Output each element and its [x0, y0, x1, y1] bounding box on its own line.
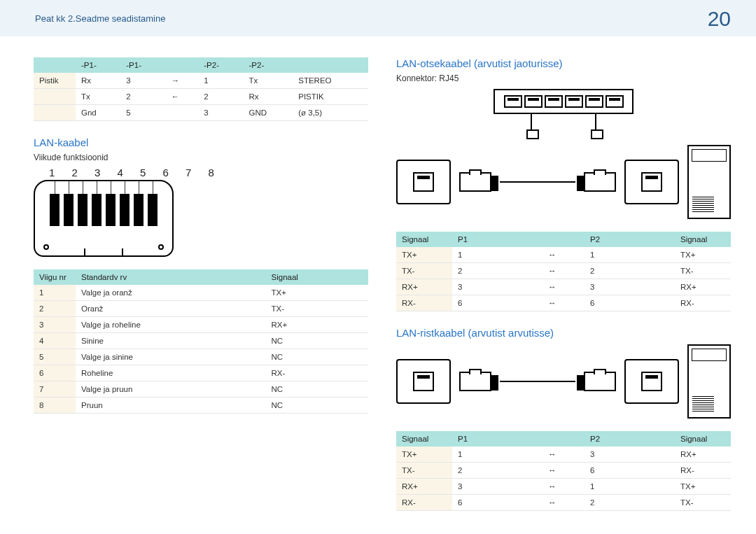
cell: 1	[584, 247, 675, 263]
header-p2: P2	[584, 232, 675, 247]
rj45-pin-numbers: 1 2 3 4 5 6 7 8	[34, 167, 368, 178]
pinout-table: -P1- -P1- -P2- -P2- Pistik Rx 3 → 1 Tx S…	[34, 57, 368, 121]
lan-cable-subtitle: Viikude funktsioonid	[34, 153, 368, 162]
cell: Roheline	[76, 365, 266, 381]
header-signal2: Signaal	[675, 232, 731, 247]
cell: RX+	[396, 279, 452, 295]
cell: 1	[452, 247, 542, 263]
cell: TX+	[675, 479, 731, 495]
cell: RX+	[675, 447, 731, 463]
table-row: 2OranžTX-	[34, 301, 368, 317]
cell: NC	[266, 381, 368, 398]
right-column: LAN-otsekaabel (arvutist jaoturisse) Kon…	[396, 57, 731, 526]
cell: ↔	[542, 247, 584, 263]
cell: TX-	[675, 263, 731, 279]
table-row: 7Valge ja pruunNC	[34, 381, 368, 398]
wall-jack-icon	[624, 160, 679, 204]
cell: ↔	[542, 463, 584, 479]
header-blank	[542, 431, 584, 447]
table-row: Signaal P1 P2 Signaal	[396, 431, 731, 447]
cell: TX-	[396, 263, 452, 279]
cell: TX-	[396, 463, 452, 479]
cell: TX+	[396, 247, 452, 263]
page-number: 20	[708, 7, 731, 31]
cell: 6	[452, 295, 542, 311]
cell: ↔	[542, 447, 584, 463]
cross-cable-title: LAN-ristkaabel (arvutist arvutisse)	[396, 327, 731, 339]
cell: Sinine	[76, 333, 266, 349]
cell: 5	[34, 349, 76, 365]
cell: →	[165, 73, 198, 89]
cell	[34, 105, 76, 121]
header-signal: Signaal	[396, 431, 452, 447]
header-p1: P1	[452, 431, 542, 447]
wall-jack-icon	[396, 160, 451, 204]
cell: 2	[452, 463, 542, 479]
cell: 5	[120, 105, 165, 121]
breadcrumb: Peat kk 2.Seadme seadistamine	[35, 13, 165, 24]
table-row: RX+3↔1TX+	[396, 479, 731, 495]
cell: TX+	[266, 285, 368, 301]
header-color: Standardv rv	[76, 269, 266, 285]
cell: TX+	[396, 447, 452, 463]
cell: TX+	[675, 247, 731, 263]
rj45-plug-icon	[459, 372, 491, 391]
cell: NC	[266, 398, 368, 414]
cross-cable-table: Signaal P1 P2 Signaal TX+1↔3RX+ TX-2↔6RX…	[396, 431, 731, 511]
header-signal: Signaal	[396, 232, 452, 247]
direct-cable-table: Signaal P1 P2 Signaal TX+1↔1TX+ TX-2↔2TX…	[396, 232, 731, 311]
header-blank2	[293, 57, 368, 73]
cell: 3	[120, 73, 165, 89]
rj45-plug-icon	[459, 172, 491, 192]
connector-label: Konnektor: RJ45	[396, 73, 731, 83]
rj45-plug-icon	[584, 372, 616, 391]
cell: 3	[452, 279, 542, 295]
cell: 3	[584, 279, 675, 295]
header-p2: P2	[584, 431, 675, 447]
cell: 1	[34, 285, 76, 301]
cell: Valge ja pruun	[76, 381, 266, 398]
cell: Pruun	[76, 398, 266, 414]
rj45-connector-icon	[34, 180, 174, 257]
cell: 2	[452, 263, 542, 279]
cell: 4	[34, 333, 76, 349]
table-row: 6RohelineRX-	[34, 365, 368, 381]
cell: (ø 3,5)	[293, 105, 368, 121]
header-p1a: -P1-	[76, 57, 120, 73]
wall-jack-icon	[624, 359, 679, 404]
cell: ←	[165, 89, 198, 105]
cell: Tx	[243, 73, 293, 89]
cell: Valge ja oranž	[76, 285, 266, 301]
header-blank	[165, 57, 198, 73]
table-row: Signaal P1 P2 Signaal	[396, 232, 731, 247]
cell: Rx	[76, 73, 120, 89]
cell: 8	[34, 398, 76, 414]
cell: NC	[266, 333, 368, 349]
cell: RX-	[266, 365, 368, 381]
cell: NC	[266, 349, 368, 365]
page-header: Peat kk 2.Seadme seadistamine 20	[0, 0, 756, 36]
table-row: 8PruunNC	[34, 398, 368, 414]
cell: 2	[584, 263, 675, 279]
header-blank	[542, 232, 584, 247]
cell: 2	[584, 495, 675, 511]
table-row: Gnd 5 3 GND (ø 3,5)	[34, 105, 368, 121]
cell: Tx	[76, 89, 120, 105]
cable-line-icon	[500, 181, 575, 183]
cell: GND	[243, 105, 293, 121]
cell: ↔	[542, 479, 584, 495]
cell: RX+	[396, 479, 452, 495]
cell: ↔	[542, 295, 584, 311]
header-pin: Viigu nr	[34, 269, 76, 285]
rj45-plug-icon	[584, 172, 616, 192]
pin-function-table: Viigu nr Standardv rv Signaal 1Valge ja …	[34, 269, 368, 414]
cell: 3	[34, 317, 76, 333]
table-row: Pistik Rx 3 → 1 Tx STEREO	[34, 73, 368, 89]
header-p1: P1	[452, 232, 542, 247]
cell: TX-	[266, 301, 368, 317]
table-row: RX-6↔2TX-	[396, 495, 731, 511]
cell	[34, 57, 76, 73]
cell: 6	[452, 495, 542, 511]
cross-cable-diagram	[396, 344, 731, 419]
cell: RX+	[675, 279, 731, 295]
